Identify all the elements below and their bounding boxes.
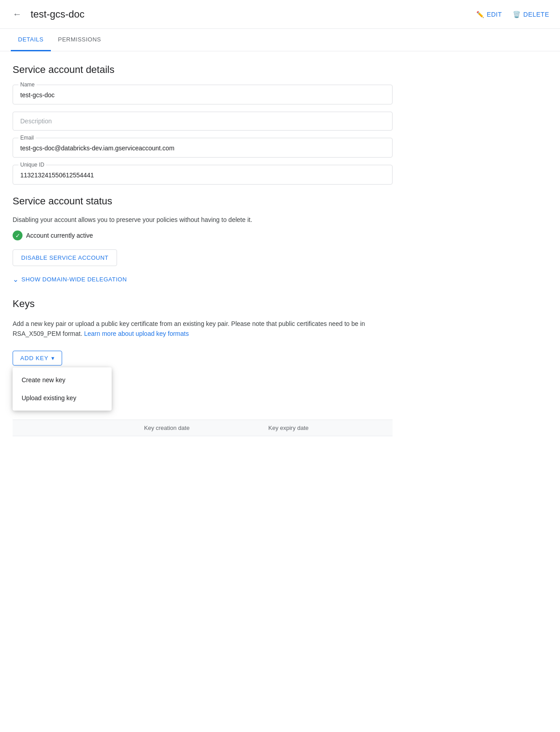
tabs-bar: DETAILS PERMISSIONS [0, 29, 560, 51]
email-value: test-gcs-doc@databricks-dev.iam.gservice… [20, 145, 385, 152]
email-field: Email test-gcs-doc@databricks-dev.iam.gs… [13, 138, 393, 158]
add-key-dropdown-menu: Create new key Upload existing key [13, 367, 112, 411]
arrow-left-icon: ← [13, 9, 22, 19]
unique-id-value: 113213241550612554441 [20, 172, 385, 179]
status-section: Service account status Disabling your ac… [13, 195, 393, 284]
delete-button[interactable]: 🗑️ DELETE [513, 11, 549, 18]
top-bar: ← test-gcs-doc ✏️ EDIT 🗑️ DELETE [0, 0, 560, 29]
description-field[interactable]: Description [13, 112, 393, 131]
tab-details[interactable]: DETAILS [11, 29, 51, 51]
edit-button[interactable]: ✏️ EDIT [476, 11, 502, 18]
table-header-expiry-date: Key expiry date [268, 425, 385, 431]
table-header-creation-date: Key creation date [144, 425, 261, 431]
show-domain-delegation-button[interactable]: ⌄ SHOW DOMAIN-WIDE DELEGATION [13, 275, 127, 284]
upload-key-formats-link[interactable]: Learn more about upload key formats [84, 330, 189, 337]
unique-id-label: Unique ID [18, 162, 46, 168]
top-actions: ✏️ EDIT 🗑️ DELETE [476, 11, 549, 18]
add-key-button[interactable]: ADD KEY ▾ [13, 351, 62, 366]
keys-title: Keys [13, 298, 393, 310]
chevron-down-icon: ⌄ [13, 275, 19, 284]
check-mark: ✓ [15, 232, 20, 239]
upload-existing-key-item[interactable]: Upload existing key [13, 389, 112, 407]
status-text: Account currently active [26, 232, 93, 239]
keys-description: Add a new key pair or upload a public ke… [13, 319, 393, 339]
table-header-id [20, 425, 137, 431]
name-field: Name test-gcs-doc [13, 85, 393, 104]
pencil-icon: ✏️ [476, 11, 484, 18]
back-button[interactable]: ← [11, 7, 23, 21]
service-account-details-title: Service account details [13, 64, 393, 76]
status-check-icon: ✓ [13, 230, 23, 240]
keys-section: Keys Add a new key pair or upload a publ… [13, 298, 393, 436]
trash-icon: 🗑️ [513, 11, 521, 18]
disable-service-account-button[interactable]: DISABLE SERVICE ACCOUNT [13, 249, 117, 266]
account-status-indicator: ✓ Account currently active [13, 230, 393, 240]
status-section-title: Service account status [13, 195, 393, 207]
add-key-container: ADD KEY ▾ Create new key Upload existing… [13, 351, 62, 366]
create-new-key-item[interactable]: Create new key [13, 371, 112, 389]
main-content: Service account details Name test-gcs-do… [0, 51, 405, 460]
fields-group: Name test-gcs-doc Description Email test… [13, 85, 393, 185]
email-label: Email [18, 135, 36, 141]
table-header-row: Key creation date Key expiry date [13, 420, 393, 436]
keys-table: Key creation date Key expiry date [13, 420, 393, 436]
tab-permissions[interactable]: PERMISSIONS [51, 29, 108, 51]
dropdown-arrow-icon: ▾ [51, 355, 55, 361]
page-title: test-gcs-doc [31, 9, 469, 20]
name-label: Name [18, 81, 36, 88]
description-placeholder: Description [20, 117, 52, 125]
name-value: test-gcs-doc [20, 91, 385, 99]
unique-id-field: Unique ID 113213241550612554441 [13, 165, 393, 185]
status-description: Disabling your account allows you to pre… [13, 216, 393, 223]
